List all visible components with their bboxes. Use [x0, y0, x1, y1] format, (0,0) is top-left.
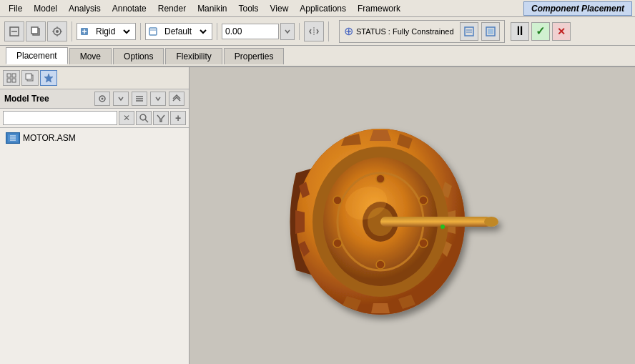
- menu-view[interactable]: View: [265, 2, 295, 15]
- active-context-tab: Component Placement: [523, 1, 632, 16]
- motor-3d-model: [262, 87, 563, 345]
- tree-settings-btn[interactable]: [94, 92, 110, 106]
- tree-add-btn[interactable]: +: [170, 111, 186, 125]
- svg-rect-20: [488, 29, 493, 34]
- svg-point-55: [440, 225, 445, 229]
- svg-point-47: [484, 217, 498, 227]
- tree-item-motor[interactable]: MOTOR.ASM: [3, 131, 186, 145]
- tree-header-arrow-btn[interactable]: [113, 92, 129, 106]
- menu-file[interactable]: File: [3, 2, 28, 15]
- pause-button[interactable]: ⏸: [511, 22, 529, 41]
- svg-line-34: [145, 119, 148, 122]
- svg-point-52: [333, 239, 342, 247]
- motor-asm-label: MOTOR.ASM: [23, 133, 76, 143]
- status-btn-1[interactable]: [460, 22, 478, 41]
- svg-rect-16: [465, 27, 473, 36]
- svg-rect-23: [7, 79, 11, 82]
- accept-button[interactable]: ✓: [531, 22, 550, 41]
- svg-point-50: [333, 196, 342, 205]
- panel-toolbar: [0, 67, 189, 89]
- svg-rect-3: [31, 27, 38, 34]
- rigid-type-select[interactable]: RigidPinSlider: [90, 24, 132, 39]
- svg-point-53: [419, 239, 428, 247]
- svg-rect-22: [12, 74, 16, 77]
- left-panel: Model Tree ✕: [0, 67, 189, 364]
- target-icon[interactable]: [47, 21, 67, 41]
- flip-icon[interactable]: [304, 21, 324, 41]
- toolbar-type-group: RigidPinSlider: [77, 23, 141, 40]
- svg-point-48: [376, 174, 385, 183]
- menu-framework[interactable]: Framework: [352, 2, 406, 15]
- panel-grid-btn[interactable]: [3, 70, 20, 86]
- toolbar-flip-group: [304, 21, 329, 41]
- svg-point-49: [376, 260, 385, 269]
- angle-arrow-icon[interactable]: [280, 23, 295, 40]
- svg-rect-46: [380, 217, 491, 227]
- status-bar: ⊕ STATUS : Fully Constrained: [339, 20, 505, 43]
- 3d-viewport[interactable]: [189, 67, 635, 364]
- tree-search-bar: ✕ +: [0, 109, 189, 128]
- tree-search-input[interactable]: [3, 111, 117, 125]
- svg-rect-26: [26, 74, 31, 79]
- menu-annotate[interactable]: Annotate: [107, 2, 152, 15]
- copy-icon[interactable]: [26, 21, 46, 41]
- menu-bar: File Model Analysis Annotate Render Mani…: [0, 0, 635, 17]
- tab-properties[interactable]: Properties: [224, 48, 285, 64]
- status-icon: ⊕: [344, 24, 353, 38]
- tree-search-clear-btn[interactable]: ✕: [119, 111, 134, 125]
- tree-content: MOTOR.ASM: [0, 128, 189, 364]
- tab-options[interactable]: Options: [113, 48, 164, 64]
- panel-star-btn[interactable]: [40, 70, 57, 86]
- tab-flexibility[interactable]: Flexibility: [165, 48, 222, 64]
- model-tree-label: Model Tree: [4, 94, 92, 104]
- menu-tools[interactable]: Tools: [232, 2, 264, 15]
- menu-applications[interactable]: Applications: [294, 2, 352, 15]
- sub-toolbar: Placement Move Options Flexibility Prope…: [0, 46, 635, 67]
- tree-search-btn[interactable]: [136, 111, 152, 125]
- status-text: STATUS : Fully Constrained: [356, 27, 454, 36]
- menu-render[interactable]: Render: [152, 2, 192, 15]
- model-tree-header: Model Tree: [0, 89, 189, 109]
- menu-manikin[interactable]: Manikin: [192, 2, 232, 15]
- status-btn-2[interactable]: [481, 22, 500, 41]
- menu-analysis[interactable]: Analysis: [63, 2, 107, 15]
- menu-model[interactable]: Model: [28, 2, 63, 15]
- tab-placement[interactable]: Placement: [6, 47, 68, 64]
- svg-point-33: [140, 114, 146, 120]
- panel-copy-btn[interactable]: [21, 70, 39, 86]
- toolbar-default-group: DefaultCustom: [145, 23, 217, 40]
- svg-rect-21: [7, 74, 11, 77]
- toolbar-angle-group: [222, 23, 300, 40]
- default-select[interactable]: DefaultCustom: [159, 24, 209, 39]
- cancel-button[interactable]: ✕: [552, 22, 571, 41]
- motor-svg: [262, 87, 563, 345]
- svg-marker-27: [44, 74, 53, 82]
- edit-icon[interactable]: [4, 21, 24, 41]
- motor-asm-icon: [6, 132, 20, 144]
- tree-list-btn[interactable]: [132, 92, 147, 106]
- angle-input[interactable]: [222, 24, 279, 39]
- toolbar-edit-group: [4, 21, 72, 41]
- svg-rect-13: [149, 28, 157, 35]
- main-content: Model Tree ✕: [0, 67, 635, 364]
- main-toolbar: RigidPinSlider DefaultCustom ⊕ STATUS : …: [0, 17, 635, 46]
- svg-rect-24: [12, 79, 16, 82]
- svg-point-51: [419, 196, 428, 205]
- tree-filter-btn[interactable]: [153, 111, 169, 125]
- viewport-canvas: [189, 67, 635, 364]
- tab-move[interactable]: Move: [69, 48, 112, 64]
- tree-expand-btn[interactable]: [169, 92, 184, 106]
- svg-point-5: [56, 30, 59, 33]
- tree-arrow-btn[interactable]: [150, 92, 166, 106]
- svg-point-29: [102, 98, 104, 100]
